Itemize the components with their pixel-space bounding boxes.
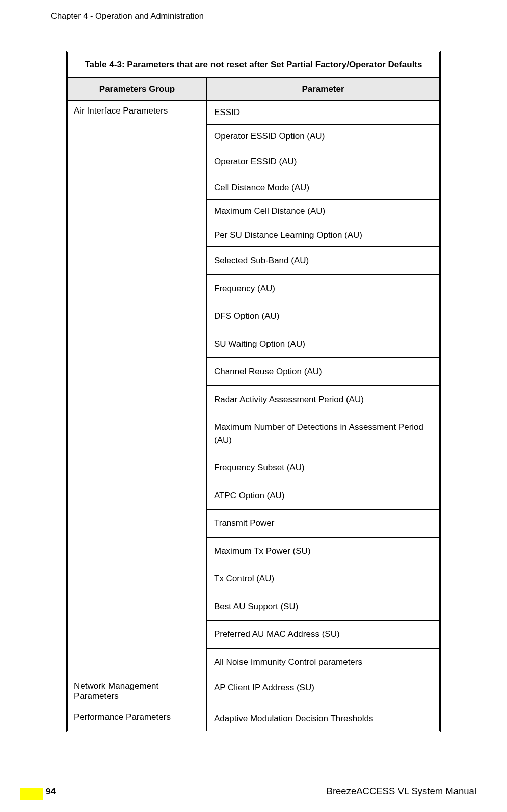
column-header-param: Parameter [207,77,439,101]
page-marker-icon [20,788,43,800]
param-cell: DFS Option (AU) [207,302,439,330]
table-row: Network Management Parameters AP Client … [68,676,439,707]
param-cell: Channel Reuse Option (AU) [207,358,439,386]
group-cell-performance: Performance Parameters [68,707,207,731]
table-row: Air Interface Parameters ESSID [68,101,439,125]
param-cell: Operator ESSID (AU) [207,148,439,176]
param-cell: Tx Control (AU) [207,565,439,593]
table-title: Table 4-3: Parameters that are not reset… [68,52,439,77]
param-cell: Best AU Support (SU) [207,593,439,621]
param-cell: Radar Activity Assessment Period (AU) [207,386,439,414]
table-header-row: Parameters Group Parameter [68,77,439,101]
param-cell: Operator ESSID Option (AU) [207,125,439,149]
param-cell: Per SU Distance Learning Option (AU) [207,223,439,247]
manual-title: BreezeACCESS VL System Manual [327,786,487,797]
page-footer: 94 BreezeACCESS VL System Manual [20,777,487,797]
param-cell: Maximum Tx Power (SU) [207,538,439,566]
table-row: Performance Parameters Adaptive Modulati… [68,707,439,731]
param-cell: SU Waiting Option (AU) [207,330,439,358]
column-header-group: Parameters Group [68,77,207,101]
group-cell-network: Network Management Parameters [68,676,207,707]
group-cell-air-interface: Air Interface Parameters [68,101,207,676]
chapter-title: Chapter 4 - Operation and Administration [51,11,456,21]
param-cell: Cell Distance Mode (AU) [207,176,439,200]
param-cell: Adaptive Modulation Decision Thresholds [207,707,439,731]
parameters-table: Table 4-3: Parameters that are not reset… [66,51,441,732]
param-cell: ATPC Option (AU) [207,482,439,510]
param-cell: Selected Sub-Band (AU) [207,247,439,275]
page-number: 94 [46,787,56,797]
param-cell: Preferred AU MAC Address (SU) [207,621,439,649]
param-cell: ESSID [207,101,439,125]
param-cell: AP Client IP Address (SU) [207,676,439,707]
page-content: Table 4-3: Parameters that are not reset… [0,25,507,732]
param-cell: Frequency Subset (AU) [207,454,439,482]
param-cell: All Noise Immunity Control parameters [207,649,439,676]
page-number-box: 94 [20,785,56,797]
param-cell: Transmit Power [207,510,439,538]
page-header: Chapter 4 - Operation and Administration [20,0,487,25]
param-cell: Maximum Cell Distance (AU) [207,200,439,223]
param-cell: Maximum Number of Detections in Assessme… [207,413,439,454]
param-cell: Frequency (AU) [207,275,439,303]
footer-divider [92,777,487,777]
